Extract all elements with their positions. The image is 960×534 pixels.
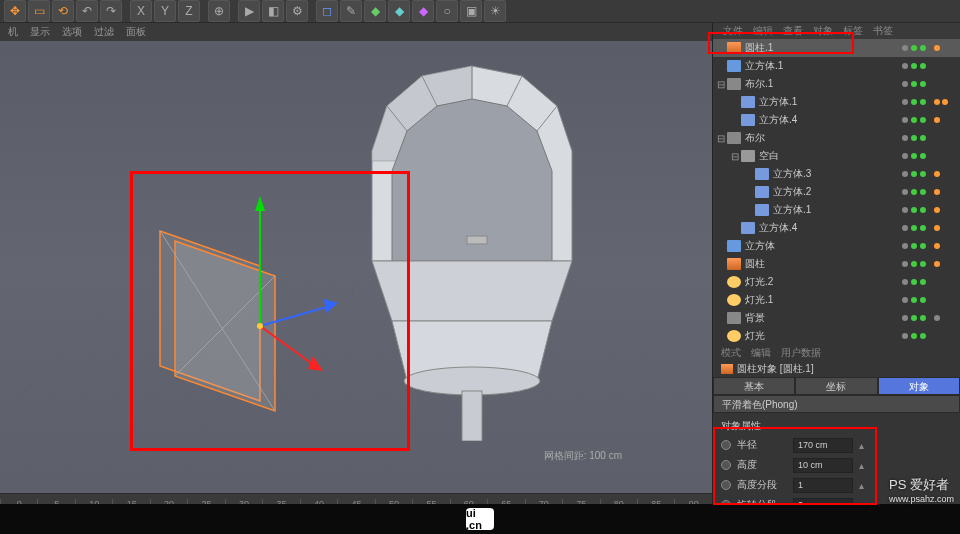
3d-viewport[interactable]: 网格间距: 100 cm xyxy=(0,41,712,493)
object-row[interactable]: 立方体.1 xyxy=(713,201,960,219)
view-filter-menu[interactable]: 过滤 xyxy=(94,25,114,39)
object-row[interactable]: ⊟布尔 xyxy=(713,129,960,147)
object-row[interactable]: 灯光.2 xyxy=(713,273,960,291)
viewport[interactable]: 机 显示 选项 过滤 面板 xyxy=(0,23,712,534)
object-row[interactable]: 立方体.1 xyxy=(713,57,960,75)
deformer-icon[interactable]: ◆ xyxy=(412,0,434,22)
visibility-dots[interactable] xyxy=(890,297,930,303)
nurbs-icon[interactable]: ◆ xyxy=(364,0,386,22)
visibility-dots[interactable] xyxy=(890,171,930,177)
tag-icons[interactable] xyxy=(930,117,960,123)
generator-icon[interactable]: ◆ xyxy=(388,0,410,22)
visibility-dots[interactable] xyxy=(890,135,930,141)
visibility-dots[interactable] xyxy=(890,81,930,87)
visibility-dots[interactable] xyxy=(890,189,930,195)
menu-edit[interactable]: 编辑 xyxy=(753,24,773,38)
object-row[interactable]: ⊟空白 xyxy=(713,147,960,165)
visibility-dots[interactable] xyxy=(890,99,930,105)
visibility-dots[interactable] xyxy=(890,45,930,51)
object-row[interactable]: 立方体.3 xyxy=(713,165,960,183)
tab-phong[interactable]: 平滑着色(Phong) xyxy=(713,395,960,413)
object-name: 立方体.3 xyxy=(773,167,890,181)
radius-input[interactable] xyxy=(793,438,853,453)
object-row[interactable]: 立方体.4 xyxy=(713,219,960,237)
cone-icon xyxy=(755,186,769,198)
render-settings-icon[interactable]: ⚙ xyxy=(286,0,308,22)
tag-icons[interactable] xyxy=(930,315,960,321)
height-input[interactable] xyxy=(793,458,853,473)
axis-z-icon[interactable]: Z xyxy=(178,0,200,22)
spinner-icon[interactable]: ▴ xyxy=(859,440,867,451)
move-tool-icon[interactable]: ✥ xyxy=(4,0,26,22)
attr-mode-menu[interactable]: 模式 xyxy=(721,346,741,360)
object-row[interactable]: 立方体.4 xyxy=(713,111,960,129)
view-options-menu[interactable]: 选项 xyxy=(62,25,82,39)
object-manager[interactable]: 圆柱.1立方体.1⊟布尔.1立方体.1立方体.4⊟布尔⊟空白立方体.3立方体.2… xyxy=(713,39,960,345)
tab-object[interactable]: 对象 xyxy=(878,377,960,395)
object-row[interactable]: 立方体.1 xyxy=(713,93,960,111)
hseg-input[interactable] xyxy=(793,478,853,493)
visibility-dots[interactable] xyxy=(890,225,930,231)
visibility-dots[interactable] xyxy=(890,261,930,267)
selected-object-gizmo[interactable] xyxy=(130,171,410,451)
tab-coord[interactable]: 坐标 xyxy=(795,377,877,395)
radio-icon[interactable] xyxy=(721,440,731,450)
attr-edit-menu[interactable]: 编辑 xyxy=(751,346,771,360)
light-icon[interactable]: ☀ xyxy=(484,0,506,22)
visibility-dots[interactable] xyxy=(890,243,930,249)
view-panel-menu[interactable]: 面板 xyxy=(126,25,146,39)
primitive-cube-icon[interactable]: ◻ xyxy=(316,0,338,22)
visibility-dots[interactable] xyxy=(890,117,930,123)
view-camera-menu[interactable]: 机 xyxy=(8,25,18,39)
view-display-menu[interactable]: 显示 xyxy=(30,25,50,39)
redo-icon[interactable]: ↷ xyxy=(100,0,122,22)
render-icon[interactable]: ▶ xyxy=(238,0,260,22)
tag-icons[interactable] xyxy=(930,45,960,51)
tag-icons[interactable] xyxy=(930,99,960,105)
object-row[interactable]: 灯光.1 xyxy=(713,291,960,309)
attr-userdata-menu[interactable]: 用户数据 xyxy=(781,346,821,360)
cone-icon xyxy=(741,114,755,126)
menu-tags[interactable]: 标签 xyxy=(843,24,863,38)
visibility-dots[interactable] xyxy=(890,63,930,69)
visibility-dots[interactable] xyxy=(890,315,930,321)
tag-icons[interactable] xyxy=(930,171,960,177)
object-row[interactable]: 灯光 xyxy=(713,327,960,345)
spinner-icon[interactable]: ▴ xyxy=(859,480,867,491)
spinner-icon[interactable]: ▴ xyxy=(859,460,867,471)
undo-icon[interactable]: ↶ xyxy=(76,0,98,22)
visibility-dots[interactable] xyxy=(890,279,930,285)
menu-view[interactable]: 查看 xyxy=(783,24,803,38)
coord-icon[interactable]: ⊕ xyxy=(208,0,230,22)
visibility-dots[interactable] xyxy=(890,207,930,213)
environment-icon[interactable]: ○ xyxy=(436,0,458,22)
object-row[interactable]: 圆柱 xyxy=(713,255,960,273)
menu-file[interactable]: 文件 xyxy=(723,24,743,38)
select-tool-icon[interactable]: ▭ xyxy=(28,0,50,22)
camera-icon[interactable]: ▣ xyxy=(460,0,482,22)
tag-icons[interactable] xyxy=(930,189,960,195)
object-name: 布尔.1 xyxy=(745,77,890,91)
tag-icons[interactable] xyxy=(930,207,960,213)
tab-basic[interactable]: 基本 xyxy=(713,377,795,395)
rotate-tool-icon[interactable]: ⟲ xyxy=(52,0,74,22)
object-row[interactable]: 立方体.2 xyxy=(713,183,960,201)
tag-icons[interactable] xyxy=(930,243,960,249)
object-row[interactable]: ⊟布尔.1 xyxy=(713,75,960,93)
menu-objects[interactable]: 对象 xyxy=(813,24,833,38)
object-row[interactable]: 圆柱.1 xyxy=(713,39,960,57)
tag-icons[interactable] xyxy=(930,261,960,267)
object-row[interactable]: 背景 xyxy=(713,309,960,327)
top-toolbar: ✥ ▭ ⟲ ↶ ↷ X Y Z ⊕ ▶ ◧ ⚙ ◻ ✎ ◆ ◆ ◆ ○ ▣ ☀ xyxy=(0,0,960,23)
tag-icons[interactable] xyxy=(930,225,960,231)
visibility-dots[interactable] xyxy=(890,153,930,159)
render-region-icon[interactable]: ◧ xyxy=(262,0,284,22)
visibility-dots[interactable] xyxy=(890,333,930,339)
spline-pen-icon[interactable]: ✎ xyxy=(340,0,362,22)
object-row[interactable]: 立方体 xyxy=(713,237,960,255)
radio-icon[interactable] xyxy=(721,460,731,470)
axis-y-icon[interactable]: Y xyxy=(154,0,176,22)
radio-icon[interactable] xyxy=(721,480,731,490)
axis-x-icon[interactable]: X xyxy=(130,0,152,22)
menu-bookmarks[interactable]: 书签 xyxy=(873,24,893,38)
